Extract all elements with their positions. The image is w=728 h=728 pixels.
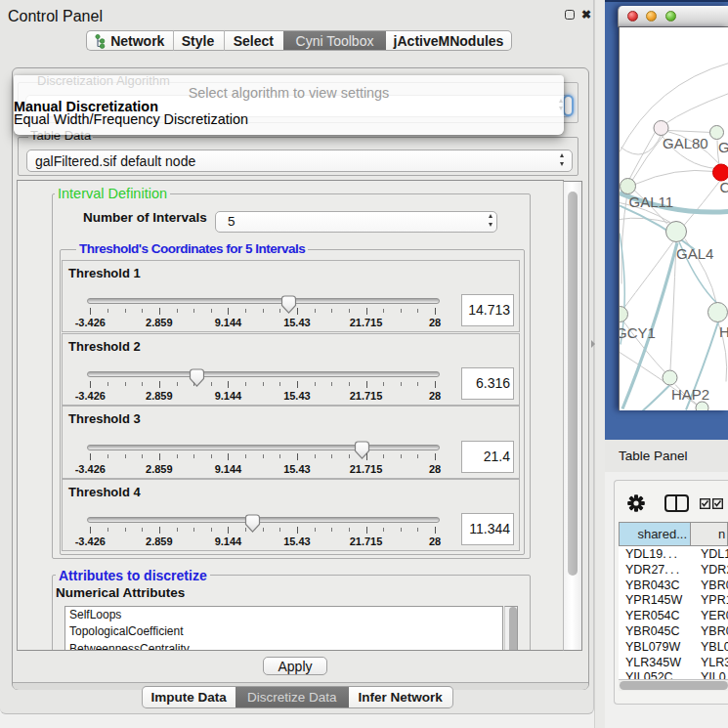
svg-text:GAL80: GAL80 bbox=[663, 134, 708, 150]
svg-text:GAL11: GAL11 bbox=[629, 193, 674, 209]
svg-text:HAP2: HAP2 bbox=[671, 385, 709, 402]
svg-text:C: C bbox=[720, 178, 728, 194]
svg-text:H: H bbox=[719, 322, 728, 339]
svg-text:GAL4: GAL4 bbox=[676, 244, 713, 261]
svg-text:GA: GA bbox=[718, 138, 728, 154]
svg-text:GCY1: GCY1 bbox=[620, 323, 656, 340]
